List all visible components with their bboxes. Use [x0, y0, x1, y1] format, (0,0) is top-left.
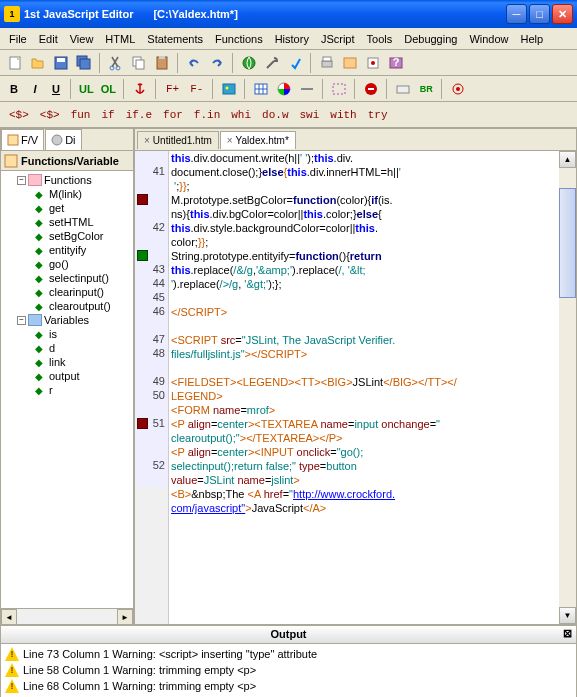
snippet-fin[interactable]: f.in [189, 106, 225, 124]
tree-var-is[interactable]: ◆ is [3, 327, 131, 341]
tree-fn-Mlink[interactable]: ◆ M(link) [3, 187, 131, 201]
vertical-scrollbar[interactable]: ▲ ▼ [559, 151, 576, 624]
stop-button[interactable] [360, 78, 382, 100]
save-button[interactable] [50, 52, 72, 74]
tree-variables[interactable]: − Variables [3, 313, 131, 327]
breakpoint-icon[interactable] [137, 194, 148, 205]
settings-button[interactable] [339, 52, 361, 74]
output-close-button[interactable]: ⊠ [560, 627, 574, 641]
hr-button[interactable] [296, 78, 318, 100]
scroll-right-button[interactable]: ► [117, 609, 133, 625]
menu-tools[interactable]: Tools [362, 31, 398, 47]
snippet-if[interactable]: if [96, 106, 119, 124]
menu-edit[interactable]: Edit [34, 31, 63, 47]
bold-button[interactable]: B [4, 83, 24, 95]
tree-var-d[interactable]: ◆ d [3, 341, 131, 355]
close-button[interactable]: ✕ [552, 4, 573, 24]
tree-fn-get[interactable]: ◆ get [3, 201, 131, 215]
tree-fn-go[interactable]: ◆ go() [3, 257, 131, 271]
paste-button[interactable] [151, 52, 173, 74]
help-button[interactable]: ? [385, 52, 407, 74]
tab-close-icon[interactable]: × [227, 135, 233, 146]
debug-button[interactable] [284, 52, 306, 74]
target-button[interactable] [447, 78, 469, 100]
tree-fn-entityify[interactable]: ◆ entityify [3, 243, 131, 257]
menu-html[interactable]: HTML [100, 31, 140, 47]
output-line[interactable]: !Line 58 Column 1 Warning: trimming empt… [3, 662, 574, 678]
menu-help[interactable]: Help [516, 31, 549, 47]
color-button[interactable] [273, 78, 295, 100]
maximize-button[interactable]: □ [529, 4, 550, 24]
anchor-button[interactable] [129, 78, 151, 100]
file-tab[interactable]: × Untitled1.htm [137, 131, 219, 149]
menu-jscript[interactable]: JScript [316, 31, 360, 47]
italic-button[interactable]: I [25, 83, 45, 95]
tree-var-link[interactable]: ◆ link [3, 355, 131, 369]
bookmark-button[interactable] [362, 52, 384, 74]
tree-var-r[interactable]: ◆ r [3, 383, 131, 397]
breakpoint-icon[interactable] [137, 418, 148, 429]
marquee-button[interactable] [328, 78, 350, 100]
tree-fn-setHTML[interactable]: ◆ setHTML [3, 215, 131, 229]
snippet-try[interactable]: try [363, 106, 393, 124]
image-button[interactable] [218, 78, 240, 100]
underline-button[interactable]: U [46, 83, 66, 95]
minimize-button[interactable]: ─ [506, 4, 527, 24]
scroll-down-button[interactable]: ▼ [559, 607, 576, 624]
scroll-track[interactable] [17, 609, 117, 624]
br-button[interactable]: BR [415, 78, 437, 100]
output-line[interactable]: !Line 68 Column 1 Warning: trimming empt… [3, 678, 574, 694]
new-file-button[interactable] [4, 52, 26, 74]
snippet-[interactable]: <$> [4, 106, 34, 124]
ol-button[interactable]: OL [98, 83, 119, 95]
scroll-left-button[interactable]: ◄ [1, 609, 17, 625]
code-editor[interactable]: this.div.document.write(h||' ');this.div… [169, 151, 559, 624]
redo-button[interactable] [206, 52, 228, 74]
tab-close-icon[interactable]: × [144, 135, 150, 146]
tree-functions[interactable]: − Functions [3, 173, 131, 187]
tree-view[interactable]: − Functions◆ M(link)◆ get◆ setHTML◆ setB… [1, 171, 133, 608]
save-all-button[interactable] [73, 52, 95, 74]
menu-file[interactable]: File [4, 31, 32, 47]
snippet-whi[interactable]: whi [226, 106, 256, 124]
browser-button[interactable] [238, 52, 260, 74]
font-increase-button[interactable]: F+ [161, 80, 184, 98]
snippet-dow[interactable]: do.w [257, 106, 293, 124]
cut-button[interactable] [105, 52, 127, 74]
line-gutter[interactable]: 414243444546474849505152 [135, 151, 169, 624]
menu-functions[interactable]: Functions [210, 31, 268, 47]
file-tab[interactable]: × Yaldex.htm* [220, 131, 296, 149]
tree-fn-clearoutput[interactable]: ◆ clearoutput() [3, 299, 131, 313]
output-line[interactable]: !Line 73 Column 1 Warning: <script> inse… [3, 646, 574, 662]
scroll-up-button[interactable]: ▲ [559, 151, 576, 168]
table-button[interactable] [250, 78, 272, 100]
tools-button[interactable] [261, 52, 283, 74]
toolbar-snippets: <$><$>funifif.eforf.inwhido.wswiwithtry … [0, 102, 577, 128]
tab-directory[interactable]: Di [45, 129, 81, 150]
tree-fn-clearinput[interactable]: ◆ clearinput() [3, 285, 131, 299]
tab-functions-variables[interactable]: F/V [1, 129, 44, 150]
print-button[interactable] [316, 52, 338, 74]
menu-history[interactable]: History [270, 31, 314, 47]
snippet-with[interactable]: with [325, 106, 361, 124]
open-file-button[interactable] [27, 52, 49, 74]
snippet-[interactable]: <$> [35, 106, 65, 124]
menu-view[interactable]: View [65, 31, 99, 47]
tree-fn-selectinput[interactable]: ◆ selectinput() [3, 271, 131, 285]
breakpoint-icon[interactable] [137, 250, 148, 261]
menu-window[interactable]: Window [464, 31, 513, 47]
tree-fn-setBgColor[interactable]: ◆ setBgColor [3, 229, 131, 243]
undo-button[interactable] [183, 52, 205, 74]
form-button[interactable] [392, 78, 414, 100]
ul-button[interactable]: UL [76, 83, 97, 95]
font-decrease-button[interactable]: F- [185, 80, 208, 98]
tree-var-output[interactable]: ◆ output [3, 369, 131, 383]
snippet-ife[interactable]: if.e [121, 106, 157, 124]
snippet-swi[interactable]: swi [294, 106, 324, 124]
menu-debugging[interactable]: Debugging [399, 31, 462, 47]
copy-button[interactable] [128, 52, 150, 74]
scroll-thumb[interactable] [559, 188, 576, 298]
menu-statements[interactable]: Statements [142, 31, 208, 47]
snippet-fun[interactable]: fun [66, 106, 96, 124]
snippet-for[interactable]: for [158, 106, 188, 124]
